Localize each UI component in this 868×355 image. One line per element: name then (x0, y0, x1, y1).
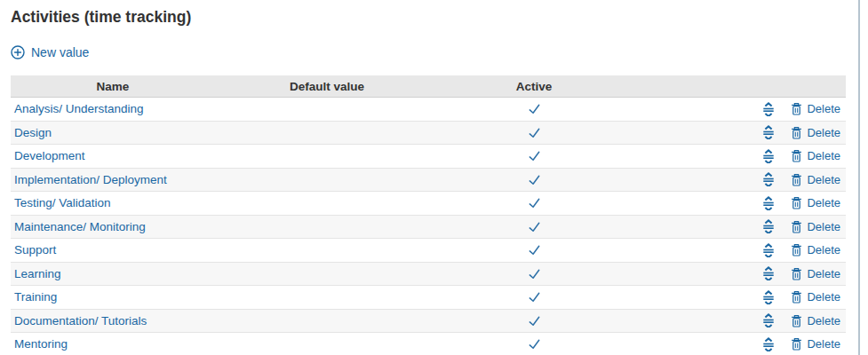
activity-name-link[interactable]: Development (14, 149, 85, 162)
name-cell: Design (11, 126, 215, 139)
trash-icon (791, 220, 802, 233)
delete-label: Delete (807, 337, 840, 351)
table-row: Development (11, 145, 846, 169)
table-header-row: Name Default value Active (11, 75, 846, 98)
trash-icon (791, 196, 802, 209)
delete-label: Delete (807, 290, 840, 304)
activity-name-link[interactable]: Maintenance/ Monitoring (14, 220, 146, 233)
active-cell (439, 242, 629, 257)
name-cell: Mentoring (11, 337, 215, 351)
column-header-name: Name (11, 80, 215, 93)
active-cell (439, 313, 629, 328)
trash-icon (791, 126, 802, 139)
delete-button[interactable]: Delete (791, 173, 840, 186)
table-row: Learning (11, 263, 846, 287)
activity-name-link[interactable]: Learning (14, 267, 61, 280)
trash-icon (791, 314, 802, 327)
move-up-down-icon (762, 196, 775, 210)
activity-name-link[interactable]: Support (14, 243, 56, 256)
move-up-down-icon (762, 102, 775, 116)
table-body: Analysis/ Understanding (11, 98, 846, 355)
delete-button[interactable]: Delete (791, 337, 840, 351)
delete-button[interactable]: Delete (791, 102, 840, 115)
reorder-handle[interactable] (762, 313, 775, 327)
row-actions: Delete (762, 172, 846, 186)
reorder-handle[interactable] (762, 290, 775, 304)
delete-button[interactable]: Delete (791, 149, 840, 162)
activity-name-link[interactable]: Mentoring (14, 337, 68, 351)
reorder-handle[interactable] (762, 102, 775, 116)
row-actions: Delete (762, 102, 846, 116)
activity-name-link[interactable]: Testing/ Validation (14, 196, 111, 209)
trash-icon (791, 149, 802, 162)
activities-admin-page: Activities (time tracking) New value Nam… (0, 0, 868, 355)
activity-name-link[interactable]: Implementation/ Deployment (14, 173, 167, 186)
move-up-down-icon (762, 172, 775, 186)
name-cell: Documentation/ Tutorials (11, 314, 215, 327)
move-up-down-icon (762, 149, 775, 163)
active-cell (439, 148, 629, 163)
table-row: Mentoring (11, 333, 846, 355)
new-value-label: New value (31, 45, 89, 59)
active-cell (439, 125, 629, 140)
row-actions: Delete (762, 196, 846, 210)
delete-label: Delete (807, 149, 840, 162)
row-actions: Delete (762, 290, 846, 304)
delete-button[interactable]: Delete (791, 243, 840, 256)
activity-name-link[interactable]: Design (14, 126, 52, 139)
reorder-handle[interactable] (762, 337, 775, 351)
activity-name-link[interactable]: Analysis/ Understanding (14, 102, 144, 115)
name-cell: Testing/ Validation (11, 196, 215, 209)
delete-label: Delete (807, 173, 840, 186)
active-check-icon (527, 242, 542, 257)
reorder-handle[interactable] (762, 196, 775, 210)
name-cell: Training (11, 290, 215, 304)
table-row: Training (11, 286, 846, 310)
active-check-icon (527, 148, 542, 163)
move-up-down-icon (762, 290, 775, 304)
page-title: Activities (time tracking) (11, 7, 846, 27)
table-row: Documentation/ Tutorials (11, 310, 846, 334)
trash-icon (791, 337, 802, 351)
trash-icon (791, 267, 802, 280)
delete-button[interactable]: Delete (791, 290, 840, 304)
delete-label: Delete (807, 220, 840, 233)
reorder-handle[interactable] (762, 149, 775, 163)
row-actions: Delete (762, 149, 846, 163)
active-cell (439, 219, 629, 234)
active-check-icon (527, 125, 542, 140)
move-up-down-icon (762, 313, 775, 327)
content-pane-divider (858, 0, 860, 355)
active-cell (439, 195, 629, 210)
reorder-handle[interactable] (762, 219, 775, 233)
reorder-handle[interactable] (762, 172, 775, 186)
reorder-handle[interactable] (762, 266, 775, 280)
reorder-handle[interactable] (762, 243, 775, 257)
delete-button[interactable]: Delete (791, 126, 840, 139)
delete-button[interactable]: Delete (791, 314, 840, 327)
row-actions: Delete (762, 313, 846, 327)
column-header-default-value: Default value (215, 80, 439, 93)
table-row: Analysis/ Understanding (11, 98, 846, 122)
delete-label: Delete (807, 126, 840, 139)
activities-table: Name Default value Active Analysis/ Unde… (11, 75, 846, 355)
table-row: Testing/ Validation (11, 192, 846, 216)
delete-button[interactable]: Delete (791, 267, 840, 280)
delete-button[interactable]: Delete (791, 196, 840, 209)
reorder-handle[interactable] (762, 125, 775, 139)
delete-button[interactable]: Delete (791, 220, 840, 233)
activity-name-link[interactable]: Documentation/ Tutorials (14, 314, 147, 327)
delete-label: Delete (807, 314, 840, 327)
trash-icon (791, 290, 802, 304)
new-value-button[interactable]: New value (11, 44, 89, 60)
active-check-icon (527, 101, 542, 116)
name-cell: Learning (11, 267, 215, 280)
row-actions: Delete (762, 337, 846, 351)
trash-icon (791, 243, 802, 256)
activity-name-link[interactable]: Training (14, 290, 57, 304)
name-cell: Support (11, 243, 215, 256)
table-row: Implementation/ Deployment (11, 169, 846, 193)
move-up-down-icon (762, 219, 775, 233)
name-cell: Implementation/ Deployment (11, 173, 215, 186)
active-check-icon (527, 172, 542, 187)
